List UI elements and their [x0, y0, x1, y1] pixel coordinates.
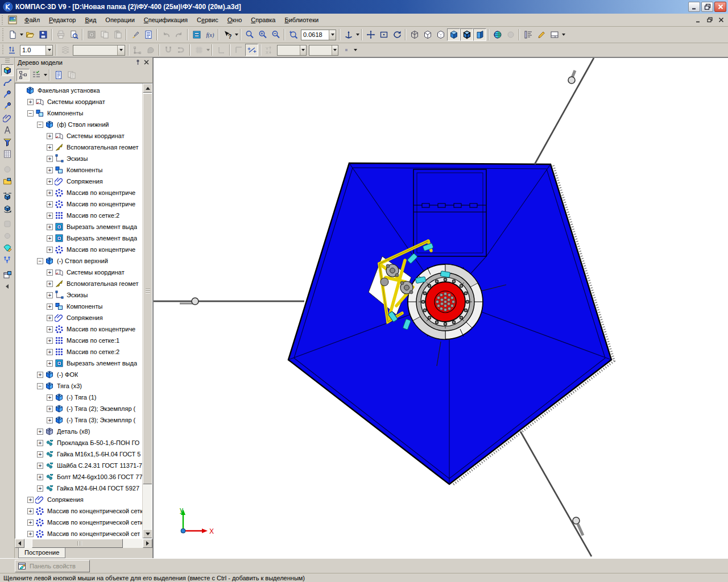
menu-4[interactable]: Спецификация [139, 15, 192, 26]
tree-expander[interactable]: + [47, 144, 53, 151]
orientation-dropdown-arrow[interactable] [356, 34, 359, 36]
edit-gem-button[interactable] [1, 242, 14, 253]
tree-expander[interactable]: + [27, 497, 34, 503]
zoom-scale-input[interactable] [301, 30, 329, 40]
tree-structure-button[interactable] [16, 69, 30, 81]
tree-expander[interactable]: + [27, 508, 34, 514]
surfaces-pin-button[interactable] [1, 88, 14, 100]
close-button[interactable] [714, 2, 726, 12]
tree-item[interactable]: −Тяга (x3) [15, 380, 142, 392]
measure-3d-button[interactable] [1, 124, 14, 136]
zoom-area-button[interactable] [243, 28, 256, 41]
spec-document-button[interactable] [142, 28, 155, 41]
menu-0[interactable]: Файл [20, 15, 44, 26]
tree-item[interactable]: +Сопряжения [15, 176, 142, 187]
tree-item[interactable]: +Сопряжения [15, 312, 142, 323]
help-cursor-dropdown-arrow[interactable] [235, 34, 238, 36]
menu-3[interactable]: Операции [101, 15, 139, 26]
tree-item[interactable]: +Массив по концентриче [15, 323, 142, 335]
tree-expander[interactable]: + [47, 224, 53, 230]
tree-item[interactable]: +Гайка М24-6Н.04 ГОСТ 5927 [15, 483, 142, 494]
wireframe-no-hidden-button[interactable] [421, 28, 434, 41]
tree-expander[interactable]: + [37, 463, 43, 469]
tree-item[interactable]: +Массив по сетке:1 [15, 335, 142, 346]
zoom-in-button[interactable] [256, 28, 269, 41]
orientation-button[interactable] [342, 28, 355, 41]
open-document-button[interactable] [23, 28, 36, 41]
tree-expander[interactable]: + [27, 519, 34, 526]
compact-panel-grip[interactable] [5, 59, 10, 63]
spatial-curves-button[interactable] [1, 76, 14, 88]
tree-vertical-scrollbar[interactable] [142, 84, 152, 538]
tree-item[interactable]: +Массив по концентриче [15, 198, 142, 210]
cutaway-button[interactable] [473, 28, 486, 41]
zoom-out-button[interactable] [269, 28, 282, 41]
tree-expander[interactable]: + [47, 201, 53, 207]
zoom-current-button[interactable] [287, 28, 300, 41]
hscroll-thumb[interactable] [32, 539, 123, 548]
tree-expander[interactable]: + [47, 315, 53, 321]
print-preview-button[interactable] [67, 28, 80, 41]
menu-8[interactable]: Библиотеки [280, 15, 324, 26]
scroll-left-button[interactable] [15, 539, 24, 548]
aux-pin-arrow-button[interactable] [1, 100, 14, 112]
tree-item[interactable]: +Вспомогательная геомет [15, 142, 142, 153]
tree-item[interactable]: −(ф) Ствол нижний [15, 119, 142, 130]
tree-item[interactable]: +Массив по концентриче [15, 244, 142, 255]
tree-item[interactable]: +Массив по сетке:2 [15, 346, 142, 357]
tree-expander[interactable]: + [47, 406, 53, 412]
zoom-frame-button[interactable] [377, 28, 390, 41]
dimensions-button[interactable] [522, 28, 535, 41]
shaded-button[interactable] [447, 28, 460, 41]
tree-expander[interactable]: − [37, 383, 43, 389]
model-viewport[interactable]: y X [154, 57, 728, 558]
help-cursor-button[interactable]: ? [221, 28, 234, 41]
tree-expander[interactable]: + [37, 485, 43, 492]
step-value-dropdown[interactable] [46, 45, 52, 55]
tree-item[interactable]: +Системы координат [15, 130, 142, 142]
filter-objects-button[interactable] [1, 136, 14, 148]
tree-item[interactable]: +Массив по концентриче [15, 187, 142, 198]
tree-expander[interactable]: + [47, 156, 53, 162]
tree-item[interactable]: −Компоненты [15, 107, 142, 119]
property-panel-button[interactable]: Панель свойств [15, 560, 90, 572]
tree-expander[interactable]: + [37, 474, 43, 480]
wireframe-button[interactable] [408, 28, 421, 41]
report-button[interactable] [52, 69, 65, 81]
scroll-up-button[interactable] [143, 84, 152, 93]
tree-expander[interactable]: + [37, 451, 43, 458]
child-close-button[interactable] [716, 16, 726, 24]
tree-item[interactable]: +Шайба С.24.31 ГОСТ 11371-7 [15, 460, 142, 471]
more-tools-button[interactable] [340, 44, 353, 56]
tree-expander[interactable]: + [47, 190, 53, 196]
tree-item[interactable]: +(-) Тяга (2); Экземпляр ( [15, 403, 142, 414]
close-panel-icon[interactable] [142, 59, 151, 66]
tree-item[interactable]: +Вырезать элемент выда [15, 357, 142, 369]
shaded-edges-button[interactable] [460, 28, 473, 41]
tree-expander[interactable]: + [47, 235, 53, 242]
array-pins-button[interactable] [1, 253, 14, 265]
minimize-button[interactable] [688, 2, 700, 12]
variables-button[interactable]: f(x) [203, 28, 216, 41]
tree-expander[interactable]: + [47, 167, 53, 173]
display-filter-button[interactable] [30, 69, 43, 81]
tree-item[interactable]: +Вспомогательная геомет [15, 278, 142, 289]
tree-item[interactable]: +Вырезать элемент выда [15, 221, 142, 232]
tree-item[interactable]: +(-) Тяга (1) [15, 392, 142, 403]
child-restore-button[interactable] [705, 16, 714, 24]
document-icon[interactable] [7, 15, 18, 25]
tree-item[interactable]: +(-) ФОК [15, 369, 142, 380]
tree-expander[interactable]: + [47, 178, 53, 185]
tree-item[interactable]: +Системы координат [15, 96, 142, 107]
spec-sheet-button[interactable] [1, 148, 14, 160]
tree-expander[interactable]: + [27, 531, 34, 537]
tree-expander[interactable]: − [37, 258, 43, 264]
collapse-panel-arrow[interactable] [6, 284, 9, 289]
tree-expander[interactable]: + [37, 429, 43, 435]
tab-construction[interactable]: Построение [18, 547, 65, 558]
menu-5[interactable]: Сервис [192, 15, 223, 26]
library-folder-button[interactable] [1, 175, 14, 187]
menu-6[interactable]: Окно [223, 15, 247, 26]
layout-dropdown-arrow[interactable] [562, 34, 565, 36]
tree-expander[interactable]: + [47, 360, 53, 367]
